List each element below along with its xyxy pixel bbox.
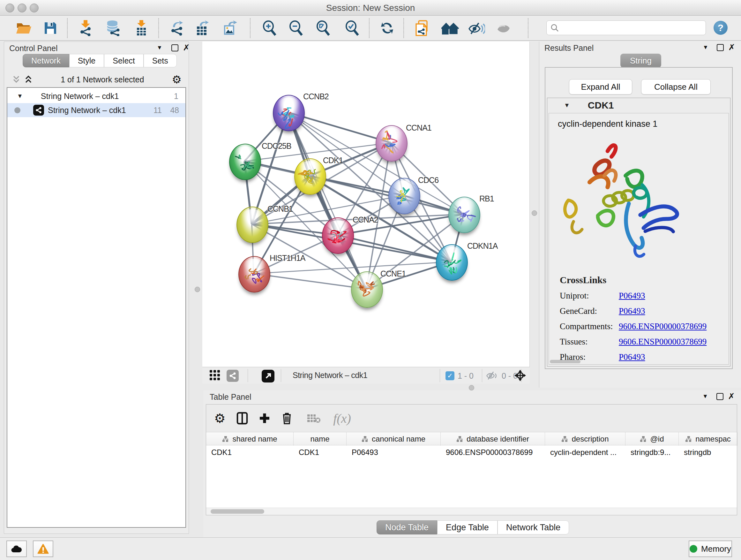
network-row[interactable]: String Network – cdk1 11 48 — [7, 103, 185, 117]
cell-@id[interactable]: stringdb:9... — [625, 446, 679, 459]
columns-icon — [237, 412, 248, 425]
control-panel-close-button[interactable]: ✗ — [183, 44, 190, 52]
column-header-@id[interactable]: @id — [625, 432, 679, 446]
crosslink-link[interactable]: P06493 — [619, 291, 645, 301]
tab-sets[interactable]: Sets — [144, 54, 177, 67]
detach-view-button[interactable] — [262, 370, 274, 382]
column-header-shared-name[interactable]: shared name — [206, 432, 293, 446]
warnings-button[interactable] — [33, 541, 53, 557]
delete-column-button[interactable] — [279, 410, 295, 426]
network-from-selection-button[interactable] — [413, 19, 431, 37]
column-header-description[interactable]: description — [545, 432, 625, 446]
network-collection-row[interactable]: ▼ String Network – cdk1 1 — [7, 89, 185, 103]
table-options-gear-icon[interactable]: ⚙ — [212, 410, 228, 426]
show-columns-button[interactable] — [234, 410, 250, 426]
show-all-button[interactable] — [494, 19, 513, 37]
import-table-file-button[interactable] — [132, 19, 151, 37]
node-CCNB1[interactable] — [237, 206, 268, 243]
network-options-gear-icon[interactable]: ⚙ — [172, 74, 182, 85]
node-CDC25B[interactable] — [229, 144, 261, 180]
tab-string[interactable]: String — [620, 54, 661, 68]
node-CDC6[interactable] — [388, 178, 420, 214]
right-splitter-handle[interactable] — [532, 210, 537, 216]
hide-selected-button[interactable] — [468, 19, 486, 37]
tab-style[interactable]: Style — [69, 54, 105, 67]
table-panel-menu-button[interactable]: ▼ — [702, 393, 708, 400]
memory-button[interactable]: Memory — [689, 541, 732, 557]
selected-indicator-checkbox[interactable]: ✓ — [446, 371, 455, 380]
tab-edge-table[interactable]: Edge Table — [437, 520, 497, 535]
control-panel-float-button[interactable] — [172, 44, 179, 51]
horizontal-splitter-handle[interactable] — [469, 385, 474, 390]
expand-all-button[interactable]: Expand All — [569, 79, 632, 95]
results-panel-float-button[interactable] — [717, 44, 724, 51]
section-collapse-triangle[interactable]: ▼ — [564, 102, 570, 109]
node-CCNA2[interactable] — [322, 217, 354, 254]
cell-database-identifier[interactable]: 9606.ENSP00000378699 — [441, 446, 545, 459]
table-scrollbar-thumb[interactable] — [211, 509, 264, 514]
zoom-fit-button[interactable] — [314, 19, 333, 37]
node-CCNA1[interactable] — [376, 125, 408, 162]
results-panel-close-button[interactable]: ✗ — [728, 43, 735, 51]
zoom-in-button[interactable] — [260, 19, 279, 37]
help-button[interactable]: ? — [714, 21, 728, 35]
import-network-file-button[interactable] — [76, 19, 95, 37]
first-neighbors-button[interactable] — [441, 19, 460, 37]
node-HIST1H1A[interactable] — [239, 256, 270, 293]
apply-layout-button[interactable] — [378, 19, 396, 37]
node-CCNE1[interactable] — [351, 271, 383, 308]
node-RB1[interactable] — [448, 197, 480, 233]
cell-namespac[interactable]: stringdb — [679, 446, 738, 459]
open-session-button[interactable] — [15, 19, 33, 37]
zoom-out-button[interactable] — [287, 19, 306, 37]
crosslink-link[interactable]: 9606.ENSP00000378699 — [619, 321, 706, 331]
collapse-all-networks-button[interactable] — [12, 75, 21, 84]
tab-network-table[interactable]: Network Table — [497, 520, 569, 535]
column-header-namespac[interactable]: namespac — [679, 432, 738, 446]
cloud-button[interactable] — [6, 541, 27, 557]
tab-network[interactable]: Network — [23, 54, 69, 67]
column-header-canonical-name[interactable]: canonical name — [347, 432, 441, 446]
crosslink-link[interactable]: P06493 — [619, 352, 645, 362]
edge-CCNE1-HIST1H1A[interactable] — [254, 273, 366, 289]
table-panel-close-button[interactable]: ✗ — [728, 392, 735, 400]
search-input[interactable] — [559, 23, 694, 33]
cell-name[interactable]: CDK1 — [293, 446, 347, 459]
collection-expand-triangle[interactable]: ▼ — [17, 92, 23, 100]
cell-description[interactable]: cyclin-dependent ... — [545, 446, 625, 459]
table-panel-title: Table Panel — [210, 392, 252, 401]
column-header-name[interactable]: name — [293, 432, 347, 446]
table-panel-float-button[interactable] — [717, 393, 724, 400]
export-network-button[interactable] — [167, 19, 186, 37]
table-horizontal-scrollbar[interactable] — [206, 508, 737, 515]
results-panel-menu-button[interactable]: ▼ — [703, 44, 709, 51]
tab-node-table[interactable]: Node Table — [377, 520, 437, 535]
grid-view-button[interactable] — [209, 370, 220, 381]
node-CDKN1A[interactable] — [436, 244, 468, 281]
network-canvas[interactable]: CCNB2CCNA1CDC25BCDK1CDC6RB1CCNB1CCNA2CDK… — [202, 42, 530, 367]
node-CDK1[interactable] — [294, 159, 326, 195]
save-session-button[interactable] — [41, 19, 60, 37]
zoom-selected-button[interactable] — [343, 19, 361, 37]
search-box[interactable] — [546, 20, 706, 35]
column-header-database-identifier[interactable]: database identifier — [441, 432, 545, 446]
crosslink-link[interactable]: P06493 — [619, 306, 645, 316]
cell-shared-name[interactable]: CDK1 — [206, 446, 293, 459]
tab-select[interactable]: Select — [104, 54, 143, 67]
import-network-database-button[interactable] — [104, 19, 123, 37]
cell-canonical-name[interactable]: P06493 — [347, 446, 441, 459]
protein-section-header[interactable]: ▼ CDK1 — [547, 98, 730, 113]
left-splitter-handle[interactable] — [195, 287, 200, 292]
collapse-all-button[interactable]: Collapse All — [641, 79, 711, 95]
table-row[interactable]: CDK1CDK1P064939606.ENSP00000378699cyclin… — [206, 446, 737, 459]
export-image-button[interactable] — [221, 19, 240, 37]
pan-mode-button[interactable] — [514, 369, 527, 382]
export-table-button[interactable] — [193, 19, 212, 37]
results-horizontal-scrollbar[interactable] — [550, 360, 581, 363]
add-column-button[interactable] — [257, 410, 273, 426]
node-CCNB2[interactable] — [273, 95, 305, 131]
crosslink-link[interactable]: 9606.ENSP00000378699 — [619, 337, 706, 347]
control-panel-menu-button[interactable]: ▼ — [157, 44, 162, 51]
expand-all-networks-button[interactable] — [24, 75, 33, 84]
network-view-type-button[interactable] — [226, 370, 239, 382]
